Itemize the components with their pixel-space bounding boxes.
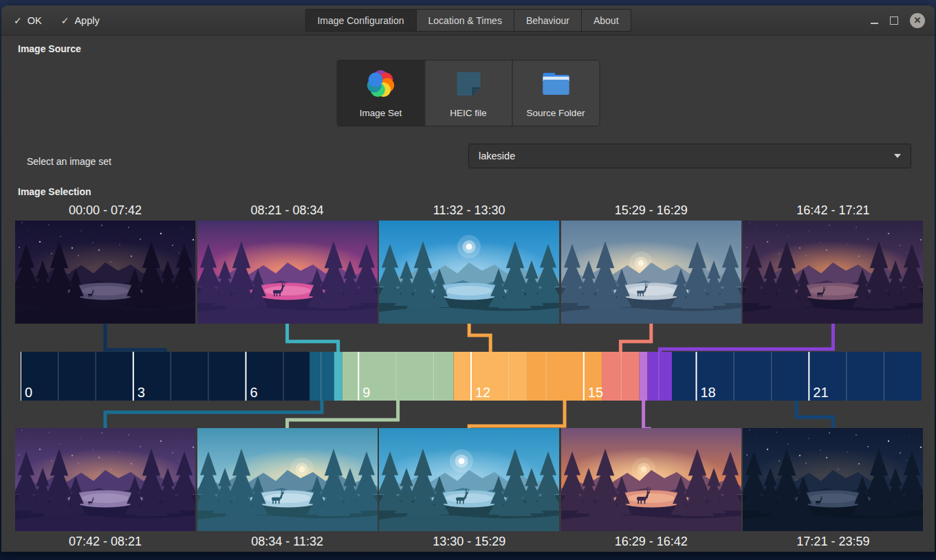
chevron-down-icon [894, 154, 901, 158]
source-type-image-set[interactable]: Image Set [337, 60, 424, 126]
svg-text:3: 3 [138, 385, 145, 400]
check-icon: ✓ [61, 15, 69, 26]
tab-bar: Image ConfigurationLocation & TimesBehav… [305, 9, 631, 32]
wallpaper-thumbnail[interactable] [15, 428, 195, 531]
source-type-heic-file[interactable]: HEIC file [424, 60, 512, 126]
image-source-heading: Image Source [18, 43, 81, 54]
source-type-group: Image Set HEIC file Source Folder [336, 60, 600, 126]
svg-text:18: 18 [701, 385, 716, 400]
image-set-dropdown[interactable]: lakeside [468, 144, 911, 168]
wallpaper-thumbnail[interactable] [197, 221, 378, 324]
wallpaper-thumbnail[interactable] [379, 221, 559, 324]
ok-button[interactable]: ✓ OK [14, 15, 42, 26]
heic-file-icon [452, 66, 485, 102]
image-time-range-label: 16:29 - 16:42 [561, 535, 741, 549]
image-time-range-label: 11:32 - 13:30 [379, 203, 559, 218]
window-controls: ✕ [871, 5, 925, 35]
image-time-range-label: 07:42 - 08:21 [15, 535, 195, 549]
timeline: 0 3 6 9 12 15 18 21 [21, 352, 922, 401]
svg-text:21: 21 [813, 385, 828, 400]
image-time-range-label: 00:00 - 07:42 [15, 203, 195, 218]
apply-button[interactable]: ✓ Apply [61, 15, 100, 26]
app-window: ✓ OK ✓ Apply Image ConfigurationLocation… [1, 5, 935, 552]
apply-button-label: Apply [74, 15, 99, 26]
image-time-range-label: 15:29 - 16:29 [561, 203, 741, 218]
svg-text:6: 6 [250, 385, 258, 400]
wallpaper-thumbnail[interactable] [561, 221, 741, 324]
titlebar-actions: ✓ OK ✓ Apply [14, 5, 100, 35]
tab-location-times[interactable]: Location & Times [417, 9, 514, 32]
tab-about[interactable]: About [582, 9, 631, 32]
image-time-range-label: 13:30 - 15:29 [379, 535, 559, 549]
tab-image-configuration[interactable]: Image Configuration [305, 9, 416, 32]
image-time-range-label: 16:42 - 17:21 [743, 203, 923, 218]
wallpaper-thumbnail[interactable] [561, 428, 741, 531]
close-icon[interactable]: ✕ [910, 13, 925, 28]
tab-behaviour[interactable]: Behaviour [514, 9, 582, 32]
image-set-dropdown-value: lakeside [479, 150, 894, 161]
wallpaper-thumbnail[interactable] [15, 221, 195, 324]
svg-text:15: 15 [588, 385, 603, 400]
svg-text:12: 12 [475, 385, 490, 400]
check-icon: ✓ [14, 15, 22, 26]
wallpaper-thumbnail[interactable] [743, 428, 923, 531]
svg-text:0: 0 [25, 385, 32, 400]
select-image-set-label: Select an image set [27, 156, 111, 167]
wallpaper-thumbnail[interactable] [379, 428, 559, 531]
source-type-label: Image Set [360, 108, 402, 118]
image-time-range-label: 08:34 - 11:32 [197, 535, 378, 549]
source-type-source-folder[interactable]: Source Folder [512, 60, 599, 126]
source-type-label: HEIC file [450, 108, 486, 118]
ok-button-label: OK [28, 15, 42, 26]
wallpaper-thumbnail[interactable] [743, 221, 923, 324]
minimize-icon[interactable] [871, 23, 878, 24]
image-time-range-label: 17:21 - 23:59 [743, 535, 923, 549]
image-set-icon [364, 66, 398, 102]
svg-text:9: 9 [362, 385, 370, 400]
image-time-range-label: 08:21 - 08:34 [197, 203, 378, 218]
image-selection-heading: Image Selection [18, 186, 91, 197]
titlebar: ✓ OK ✓ Apply Image ConfigurationLocation… [1, 5, 935, 36]
maximize-icon[interactable] [890, 16, 898, 25]
source-type-label: Source Folder [527, 108, 585, 118]
wallpaper-thumbnail[interactable] [197, 428, 378, 531]
source-folder-icon [539, 66, 572, 102]
